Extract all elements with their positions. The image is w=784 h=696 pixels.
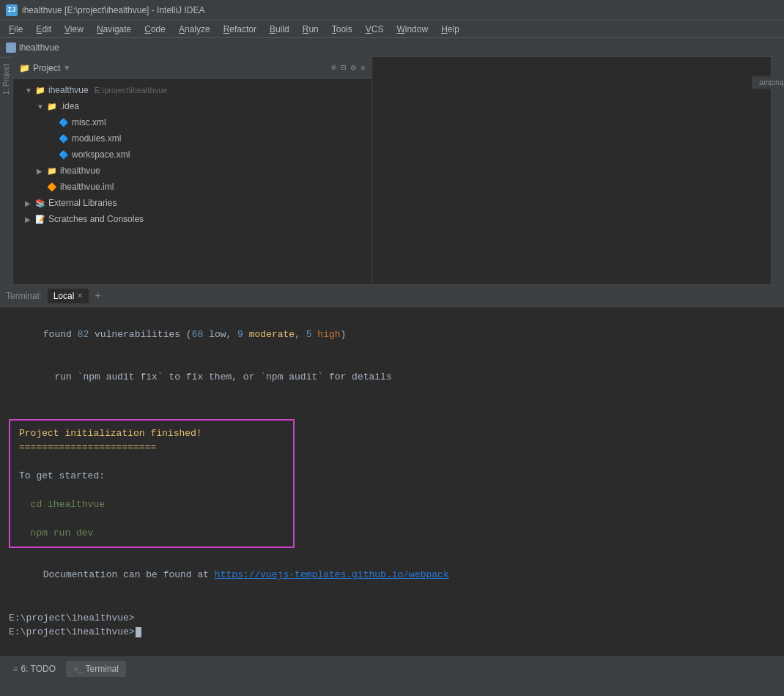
bottom-tab-todo[interactable]: ≡ 6: TODO: [6, 661, 63, 677]
tree-item-ihealthvue-folder[interactable]: ▶ 📁 ihealthvue: [13, 163, 371, 179]
term-box-blank3: [19, 512, 284, 527]
term-line-doc: Documentation can be found at https://vu…: [9, 554, 775, 597]
term-doc-prefix: Documentation can be found at: [43, 569, 215, 580]
tree-label-misc: misc.xml: [72, 117, 106, 127]
project-dropdown-icon[interactable]: ▼: [63, 64, 70, 72]
app-icon: IJ: [6, 4, 18, 16]
menu-help[interactable]: Help: [435, 23, 465, 36]
terminal-tabs: Terminal: Local ✕ +: [0, 285, 784, 307]
project-panel-title: 📁 Project ▼: [19, 63, 70, 73]
term-high-label: high: [312, 329, 341, 340]
status-bar: [0, 680, 784, 696]
bottom-bar: ≡ 6: TODO >_ Terminal: [0, 656, 784, 680]
tree-label-root: ihealthvue: [48, 85, 89, 95]
window-title: ihealthvue [E:\project\ihealthvue] - Int…: [22, 5, 204, 15]
breadcrumb: ihealthvue: [19, 42, 59, 53]
right-tab-structure[interactable]: Z: Structure: [752, 76, 784, 89]
terminal-add-button[interactable]: +: [92, 290, 103, 302]
xml-icon-modules: 🔷: [59, 134, 69, 144]
tree-path-root: E:\project\ihealthvue: [95, 86, 168, 95]
term-mod-number: 9: [237, 329, 243, 340]
tree-arrow-root: ▼: [25, 86, 32, 95]
term-found: found: [43, 329, 78, 340]
menu-edit[interactable]: Edit: [30, 23, 57, 36]
file-tree: ▼ 📁 ihealthvue E:\project\ihealthvue ▼ 📁…: [13, 79, 371, 284]
tree-item-iml[interactable]: ▶ 🔶 ihealthvue.iml: [13, 179, 371, 195]
project-action-settings[interactable]: ⚙: [351, 62, 356, 73]
iml-icon: 🔶: [47, 182, 57, 192]
menu-run[interactable]: Run: [297, 23, 325, 36]
tree-arrow-ihealthvue-folder: ▶: [37, 167, 44, 175]
main-layout: 1: Project 📁 Project ▼ ⊕ ⊟ ⚙ ✕ ▼ 📁 iheal…: [0, 57, 784, 284]
tree-arrow-ext-libs: ▶: [25, 199, 32, 207]
term-comma1: ,: [226, 329, 238, 340]
tree-item-scratches[interactable]: ▶ 📝 Scratches and Consoles: [13, 211, 371, 227]
tree-label-ihealthvue-folder: ihealthvue: [60, 166, 100, 176]
term-vuln-text: vulnerabilities (: [89, 329, 191, 340]
terminal-section: Terminal: Local ✕ + found 82 vulnerabili…: [0, 284, 784, 680]
terminal-cursor: [136, 627, 141, 637]
menu-window[interactable]: Window: [391, 23, 434, 36]
folder-icon-idea: 📁: [47, 102, 57, 111]
project-action-sync[interactable]: ⊕: [331, 62, 336, 73]
menu-analyze[interactable]: Analyze: [173, 23, 216, 36]
vertical-tab-project[interactable]: 1: Project: [1, 57, 12, 100]
terminal-label: Terminal:: [6, 291, 42, 301]
project-action-collapse[interactable]: ⊟: [341, 62, 346, 73]
term-box-blank1: [19, 455, 284, 470]
editor-area: [372, 57, 771, 284]
menu-view[interactable]: View: [59, 23, 89, 36]
term-low-number: 68: [192, 329, 204, 340]
term-box-line5: npm run dev: [19, 526, 284, 541]
menu-build[interactable]: Build: [264, 23, 295, 36]
tree-item-misc[interactable]: ▶ 🔷 misc.xml: [13, 114, 371, 130]
term-box-line4: cd ihealthvue: [19, 497, 284, 512]
terminal-icon: >_: [73, 664, 83, 673]
project-actions: ⊕ ⊟ ⚙ ✕: [331, 62, 366, 73]
folder-icon-ihealthvue: 📁: [47, 166, 57, 176]
scratch-icon: 📝: [35, 215, 45, 224]
term-paren: ): [341, 329, 347, 340]
terminal-tab-close[interactable]: ✕: [77, 292, 83, 300]
project-panel-label: Project: [33, 63, 60, 73]
tree-label-modules: modules.xml: [72, 133, 121, 144]
project-header: 📁 Project ▼ ⊕ ⊟ ⚙ ✕: [13, 57, 371, 79]
term-prompt1: E:\project\ihealthvue>: [9, 611, 775, 626]
lib-icon: 📚: [35, 199, 45, 208]
right-strip: Z: Structure: [771, 57, 784, 284]
tree-arrow-idea: ▼: [37, 103, 44, 111]
tree-label-iml: ihealthvue.iml: [60, 182, 114, 192]
bottom-tab-terminal[interactable]: >_ Terminal: [66, 661, 126, 677]
term-audit-text: run `npm audit fix` to fix them, or `npm…: [43, 371, 392, 382]
tree-label-scratches: Scratches and Consoles: [48, 214, 144, 224]
menu-tools[interactable]: Tools: [326, 23, 358, 36]
term-box-line2: ========================: [19, 440, 284, 455]
project-action-close[interactable]: ✕: [360, 62, 366, 73]
term-box-blank2: [19, 484, 284, 498]
term-box-line1: Project initialization finished!: [19, 426, 284, 441]
tree-item-external-libs[interactable]: ▶ 📚 External Libraries: [13, 195, 371, 211]
tree-item-idea[interactable]: ▼ 📁 .idea: [13, 98, 371, 114]
breadcrumb-bar: ihealthvue: [0, 38, 784, 57]
tree-item-workspace[interactable]: ▶ 🔷 workspace.xml: [13, 147, 371, 163]
menu-file[interactable]: File: [3, 23, 29, 36]
menu-vcs[interactable]: VCS: [360, 23, 390, 36]
xml-icon-workspace: 🔷: [59, 150, 69, 160]
menu-navigate[interactable]: Navigate: [91, 23, 137, 36]
term-low-label: low: [203, 329, 226, 340]
term-comma2: ,: [295, 329, 306, 340]
term-vuln-number: 82: [78, 329, 89, 340]
project-icon: [6, 42, 16, 53]
terminal-tab-label: Local: [53, 291, 75, 301]
menu-refactor[interactable]: Refactor: [218, 23, 262, 36]
tree-item-root[interactable]: ▼ 📁 ihealthvue E:\project\ihealthvue: [13, 82, 371, 98]
project-panel: 📁 Project ▼ ⊕ ⊟ ⚙ ✕ ▼ 📁 ihealthvue E:\pr…: [13, 57, 372, 284]
terminal-box: Project initialization finished! =======…: [9, 419, 295, 548]
xml-icon-misc: 🔷: [59, 118, 69, 127]
menu-code[interactable]: Code: [138, 23, 171, 36]
tree-item-modules[interactable]: ▶ 🔷 modules.xml: [13, 130, 371, 147]
terminal-content[interactable]: found 82 vulnerabilities (68 low, 9 mode…: [0, 307, 784, 680]
terminal-tab-local[interactable]: Local ✕: [48, 289, 89, 303]
term-doc-link[interactable]: https://vuejs-templates.github.io/webpac…: [215, 569, 449, 580]
term-prompt2: E:\project\ihealthvue>: [9, 625, 775, 640]
